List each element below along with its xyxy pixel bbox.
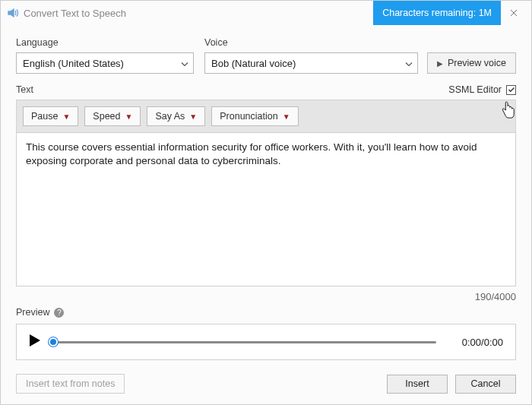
selects-row: Language English (United States) Voice B… xyxy=(16,30,516,74)
toolbar-speed-button[interactable]: Speed ▼ xyxy=(84,106,141,126)
ssml-editor-toggle[interactable]: SSML Editor xyxy=(448,84,516,95)
toolbar-pause-button[interactable]: Pause ▼ xyxy=(23,106,78,126)
preview-voice-button[interactable]: ▶ Preview voice xyxy=(427,52,516,74)
language-label: Language xyxy=(16,37,194,48)
language-select-value: English (United States) xyxy=(23,58,124,69)
chars-remaining-badge: Characters remaining: 1M xyxy=(373,1,501,25)
voice-column: Voice Bob (Natural voice) ▶ Preview voic… xyxy=(204,30,516,74)
audio-player: 0:00/0:00 xyxy=(16,324,516,360)
close-button[interactable] xyxy=(502,1,525,25)
preview-voice-label: Preview voice xyxy=(448,58,506,68)
character-counter: 190/4000 xyxy=(16,291,516,302)
voice-select[interactable]: Bob (Natural voice) xyxy=(204,52,418,74)
toolbar-pronunciation-button[interactable]: Pronunciation ▼ xyxy=(211,106,298,126)
seek-thumb[interactable] xyxy=(49,337,58,346)
play-button[interactable] xyxy=(29,334,41,351)
content-area: Language English (United States) Voice B… xyxy=(1,25,531,404)
cancel-button[interactable]: Cancel xyxy=(455,375,516,394)
chevron-down-icon xyxy=(181,58,188,69)
window-title: Convert Text to Speech xyxy=(24,8,126,19)
tts-dialog: Convert Text to Speech Characters remain… xyxy=(0,0,532,405)
time-display: 0:00/0:00 xyxy=(448,337,503,348)
insert-button[interactable]: Insert xyxy=(387,375,448,394)
chevron-down-icon xyxy=(405,58,413,69)
language-column: Language English (United States) xyxy=(16,30,194,74)
preview-label: Preview xyxy=(16,307,49,318)
footer-row: Insert text from notes Insert Cancel xyxy=(16,374,516,394)
voice-select-value: Bob (Natural voice) xyxy=(211,58,296,69)
ssml-toolbar: Pause ▼ Speed ▼ Say As ▼ Pronunciation ▼ xyxy=(16,100,516,132)
text-input[interactable] xyxy=(16,132,516,286)
titlebar: Convert Text to Speech Characters remain… xyxy=(1,1,531,25)
chevron-down-icon: ▼ xyxy=(189,112,197,121)
text-header-row: Text SSML Editor xyxy=(16,84,516,95)
language-select[interactable]: English (United States) xyxy=(16,52,194,74)
ssml-editor-label: SSML Editor xyxy=(448,84,502,95)
chevron-down-icon: ▼ xyxy=(283,112,290,121)
chevron-down-icon: ▼ xyxy=(62,112,70,121)
preview-label-row: Preview ? xyxy=(16,307,516,318)
voice-label: Voice xyxy=(204,37,516,48)
toolbar-sayas-button[interactable]: Say As ▼ xyxy=(147,106,205,126)
ssml-editor-checkbox[interactable] xyxy=(506,85,516,95)
help-icon[interactable]: ? xyxy=(54,308,64,318)
chevron-down-icon: ▼ xyxy=(125,112,133,121)
insert-from-notes-button[interactable]: Insert text from notes xyxy=(16,374,125,394)
play-icon: ▶ xyxy=(437,59,443,68)
app-icon xyxy=(7,7,19,19)
text-label: Text xyxy=(16,84,33,95)
seek-track[interactable] xyxy=(53,341,436,343)
